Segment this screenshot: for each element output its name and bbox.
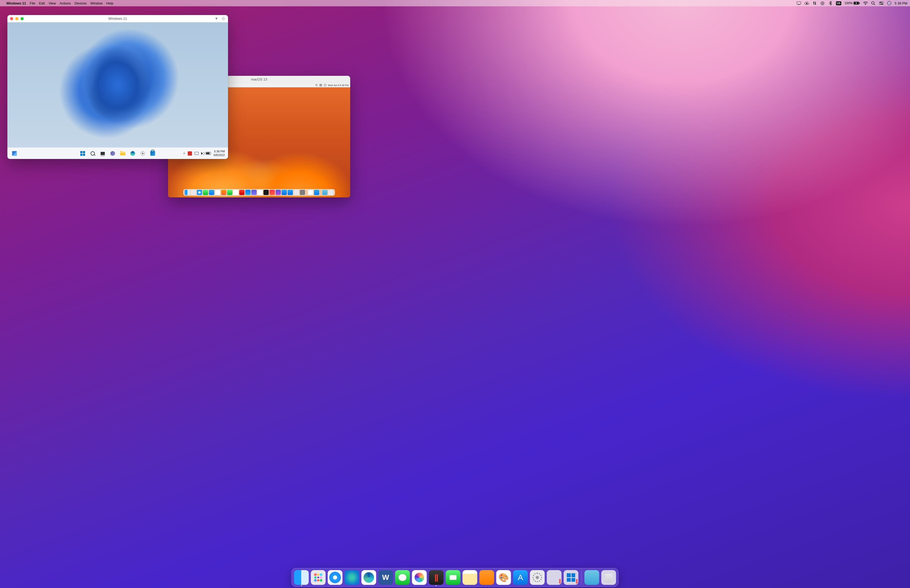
guest-dock bbox=[183, 189, 335, 196]
taskbar-chat-button[interactable] bbox=[109, 150, 116, 157]
guest-control-center-icon[interactable] bbox=[319, 84, 322, 87]
menu-devices[interactable]: Devices bbox=[74, 1, 87, 5]
tray-battery-icon[interactable] bbox=[206, 152, 211, 155]
vm-view-mode-icon[interactable]: ▼ bbox=[214, 16, 218, 21]
menuextra-battery[interactable]: 100% bbox=[844, 1, 860, 5]
store-icon bbox=[150, 151, 155, 156]
guest-dock-photos[interactable] bbox=[239, 190, 245, 195]
guest-dock-appstore[interactable] bbox=[288, 190, 293, 195]
guest-clock[interactable]: Wed Jun 8 5:38 PM bbox=[328, 84, 349, 87]
menu-view[interactable]: View bbox=[48, 1, 56, 5]
vm-window-windows11[interactable]: Windows 11 ▼ ᐱ 5:38 PM 6/8/ bbox=[7, 15, 228, 159]
dock-facetime[interactable] bbox=[446, 570, 461, 585]
guest-dock-maps[interactable] bbox=[215, 190, 220, 195]
tray-parallels-tools-icon[interactable] bbox=[188, 151, 192, 155]
dock-safari[interactable] bbox=[328, 570, 343, 585]
svg-rect-21 bbox=[319, 84, 322, 85]
dock-parallels-desktop[interactable] bbox=[429, 570, 444, 585]
svg-point-4 bbox=[815, 3, 816, 5]
dock-pages[interactable] bbox=[480, 570, 494, 585]
dock-trash[interactable] bbox=[601, 570, 616, 585]
guest-dock-finder[interactable] bbox=[185, 190, 190, 195]
menuextra-cloud-icon[interactable] bbox=[805, 1, 809, 5]
menu-actions[interactable]: Actions bbox=[60, 1, 71, 5]
vm-titlebar[interactable]: Windows 11 ▼ bbox=[7, 15, 228, 23]
dock-paintbrush[interactable] bbox=[496, 570, 511, 585]
menuextra-tools-icon[interactable] bbox=[812, 1, 817, 5]
windows-logo-icon bbox=[80, 151, 85, 156]
taskbar-store-button[interactable] bbox=[149, 150, 157, 157]
guest-dock-system-settings[interactable] bbox=[294, 190, 299, 195]
dock-system-settings[interactable] bbox=[530, 570, 545, 585]
menuextra-display-icon[interactable] bbox=[797, 1, 801, 5]
dock-launchpad[interactable] bbox=[311, 570, 326, 585]
svg-point-11 bbox=[865, 5, 866, 5]
menu-file[interactable]: File bbox=[30, 1, 35, 5]
guest-dock-contacts[interactable] bbox=[246, 190, 251, 195]
guest-dock-calendar[interactable] bbox=[233, 190, 239, 195]
taskbar-search-button[interactable] bbox=[89, 150, 97, 157]
tray-time: 5:38 PM bbox=[213, 150, 225, 153]
guest-dock-launchpad[interactable] bbox=[191, 190, 196, 195]
menuextra-bluetooth-icon[interactable] bbox=[828, 1, 833, 5]
vm-settings-icon[interactable] bbox=[221, 16, 225, 21]
guest-dock-downloads[interactable] bbox=[322, 190, 328, 195]
dock-macos-vm-shortcut[interactable]: || bbox=[547, 570, 562, 585]
battery-percent-label: 100% bbox=[844, 1, 853, 5]
menuextra-control-center-icon[interactable] bbox=[879, 1, 884, 5]
guest-dock-findmy[interactable] bbox=[221, 190, 226, 195]
svg-point-3 bbox=[813, 2, 815, 3]
menu-edit[interactable]: Edit bbox=[39, 1, 45, 5]
menuextra-airdrop-icon[interactable] bbox=[820, 1, 825, 5]
guest-dock-news[interactable] bbox=[282, 190, 287, 195]
taskbar-settings-button[interactable] bbox=[139, 150, 147, 157]
dock-finder[interactable] bbox=[294, 570, 309, 585]
guest-siri-icon[interactable] bbox=[323, 84, 326, 87]
guest-dock-keynote[interactable] bbox=[300, 190, 305, 195]
guest-dock-tv[interactable] bbox=[263, 190, 269, 195]
guest-dock-facetime[interactable] bbox=[227, 190, 233, 195]
guest-dock-messages[interactable] bbox=[203, 190, 208, 195]
taskbar-edge-button[interactable] bbox=[129, 150, 137, 157]
dock-windows-vm-shortcut[interactable]: || bbox=[564, 570, 579, 585]
guest-dock-safari[interactable] bbox=[197, 190, 202, 195]
dock-edge-canary[interactable] bbox=[345, 570, 359, 585]
guest-dock-trash[interactable] bbox=[328, 190, 334, 195]
close-button[interactable] bbox=[10, 17, 13, 20]
dock-word[interactable] bbox=[378, 570, 393, 585]
tray-overflow-button[interactable]: ᐱ bbox=[183, 152, 185, 155]
app-menu[interactable]: Windows 11 bbox=[6, 1, 26, 5]
dock-app-store[interactable] bbox=[513, 570, 528, 585]
guest-dock-reminders[interactable] bbox=[251, 190, 257, 195]
menu-help[interactable]: Help bbox=[106, 1, 113, 5]
menuextra-siri-icon[interactable] bbox=[887, 1, 892, 5]
guest-dock-mail[interactable] bbox=[209, 190, 214, 195]
zoom-button[interactable] bbox=[21, 17, 24, 20]
dock-photos[interactable] bbox=[412, 570, 427, 585]
taskbar-widgets-button[interactable] bbox=[10, 150, 19, 157]
guest-dock-podcasts[interactable] bbox=[276, 190, 281, 195]
menuextra-spotlight-icon[interactable] bbox=[871, 1, 876, 5]
tray-volume-icon[interactable] bbox=[201, 152, 203, 155]
windows-desktop[interactable] bbox=[7, 23, 228, 147]
guest-spotlight-icon[interactable] bbox=[315, 84, 318, 87]
guest-dock-app-extra2[interactable] bbox=[314, 190, 319, 195]
menuextra-input-source[interactable]: US bbox=[836, 1, 841, 5]
minimize-button[interactable] bbox=[15, 17, 18, 20]
tray-clock[interactable]: 5:38 PM 6/8/2022 bbox=[213, 150, 225, 157]
menuextra-wifi-icon[interactable] bbox=[863, 1, 868, 5]
taskbar-start-button[interactable] bbox=[79, 150, 87, 157]
dock-messages[interactable] bbox=[395, 570, 410, 585]
guest-dock-music[interactable] bbox=[270, 190, 275, 195]
menuextra-clock[interactable]: 5 38 PM bbox=[895, 1, 907, 5]
guest-dock-app-extra1[interactable] bbox=[308, 190, 314, 195]
taskbar-task-view-button[interactable] bbox=[99, 150, 107, 157]
guest-dock-notes[interactable] bbox=[257, 190, 263, 195]
taskbar-file-explorer-button[interactable] bbox=[119, 150, 127, 157]
dock-notes[interactable] bbox=[462, 570, 477, 585]
dock-separator bbox=[581, 571, 582, 584]
dock-downloads-folder[interactable] bbox=[585, 570, 599, 585]
dock-edge[interactable] bbox=[362, 570, 376, 585]
tray-display-icon[interactable] bbox=[195, 152, 199, 155]
menu-window[interactable]: Window bbox=[91, 1, 102, 5]
